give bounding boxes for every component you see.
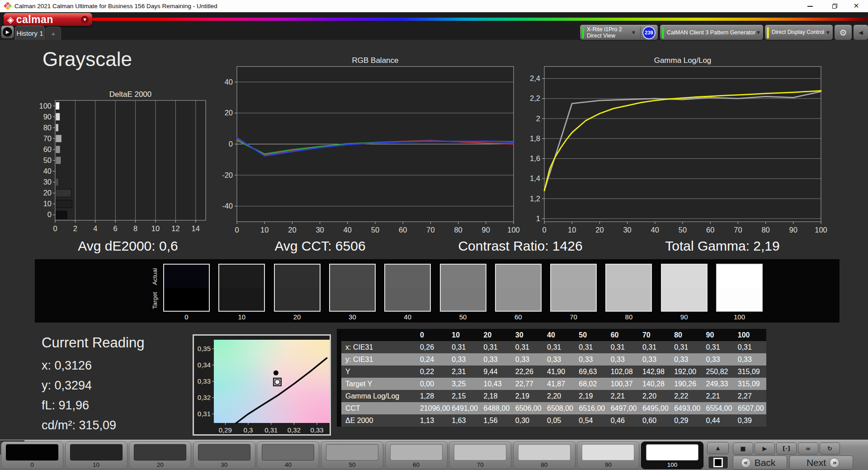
stat-avg-cct: Avg CCT: 6506 bbox=[274, 238, 365, 254]
stat-total-gamma: Total Gamma: 2,19 bbox=[665, 238, 779, 254]
pattern-generator-dropdown[interactable]: CalMAN Client 3 Pattern Generator ▼ bbox=[660, 25, 763, 40]
ramp-actual-label: Actual bbox=[151, 265, 158, 288]
settings-button[interactable]: ⚙ bbox=[835, 25, 852, 40]
table-cell: 0,54 bbox=[576, 414, 607, 427]
table-cell: 22,26 bbox=[512, 366, 544, 378]
ramp-level-label: 40 bbox=[384, 313, 431, 321]
table-cell: 1,28 bbox=[417, 390, 448, 402]
deltae-bar-10 bbox=[56, 200, 72, 208]
table-column-header: 50 bbox=[576, 329, 607, 341]
page-title: Grayscale bbox=[42, 48, 132, 71]
table-cell: 249,33 bbox=[703, 378, 734, 390]
table-cell: 3,25 bbox=[448, 378, 480, 390]
pattern-level-button-100[interactable]: 100 bbox=[641, 442, 703, 469]
ramp-target-swatch bbox=[164, 288, 209, 311]
table-cell: 0,33 bbox=[639, 353, 671, 366]
ramp-target-swatch bbox=[606, 288, 651, 311]
svg-text:50: 50 bbox=[43, 156, 52, 164]
pattern-level-swatch bbox=[390, 444, 443, 461]
pattern-level-swatch bbox=[134, 444, 186, 461]
pattern-generator-label: CalMAN Client 3 Pattern Generator bbox=[667, 29, 755, 36]
svg-text:0,29: 0,29 bbox=[219, 426, 232, 434]
minimize-button[interactable] bbox=[798, 0, 822, 12]
pattern-level-button-40[interactable]: 40 bbox=[257, 442, 319, 469]
continuous-button[interactable]: ∞ bbox=[798, 442, 818, 455]
table-cell: 0,33 bbox=[544, 353, 576, 366]
pattern-level-button-60[interactable]: 60 bbox=[385, 442, 448, 469]
pattern-level-button-50[interactable]: 50 bbox=[321, 442, 383, 469]
svg-text:8: 8 bbox=[133, 224, 137, 233]
close-button[interactable]: ✕ bbox=[844, 0, 868, 12]
svg-text:10: 10 bbox=[43, 199, 52, 208]
pattern-level-button-90[interactable]: 90 bbox=[577, 442, 639, 469]
pattern-level-button-10[interactable]: 10 bbox=[65, 442, 127, 469]
calman-diamond-icon: ◈ bbox=[7, 15, 14, 24]
add-tab-button[interactable]: + bbox=[46, 27, 61, 40]
table-cell: 6491,00 bbox=[448, 402, 480, 414]
current-reading-x: x: 0,3126 bbox=[42, 359, 92, 373]
ramp-swatch-70 bbox=[550, 264, 597, 312]
svg-text:1,8: 1,8 bbox=[530, 134, 540, 142]
table-row-label: y: CIE31 bbox=[341, 353, 417, 366]
svg-text:6: 6 bbox=[113, 224, 118, 233]
pattern-level-button-0[interactable]: 0 bbox=[1, 442, 63, 469]
table-cell: 6493,00 bbox=[671, 402, 703, 414]
history-panel-toggle-button[interactable]: ▶ bbox=[1, 25, 14, 38]
cie-chart-panel: 0,310,320,330,340,350,290,30,310,320,33 bbox=[193, 334, 331, 436]
table-cell: 1,63 bbox=[448, 414, 480, 427]
svg-text:1,2: 1,2 bbox=[530, 195, 540, 203]
back-button[interactable]: « Back bbox=[733, 456, 787, 470]
collapse-toolbar-button[interactable]: ◀ bbox=[854, 25, 868, 40]
restore-button[interactable] bbox=[823, 0, 846, 12]
display-control-dropdown[interactable]: Direct Display Control ▼ bbox=[765, 25, 833, 40]
stop-button[interactable]: ■ bbox=[733, 442, 753, 455]
pattern-window-button[interactable] bbox=[708, 456, 728, 469]
svg-text:20: 20 bbox=[595, 226, 604, 234]
pattern-level-button-20[interactable]: 20 bbox=[129, 442, 191, 469]
measure-options-button[interactable]: [·] bbox=[776, 442, 797, 455]
table-cell: 9,44 bbox=[481, 366, 512, 378]
deltae-bar-20 bbox=[56, 189, 71, 197]
pattern-level-label: 50 bbox=[321, 461, 383, 468]
pattern-level-button-80[interactable]: 80 bbox=[513, 442, 576, 469]
meter-dropdown[interactable]: X-Rite i1Pro 2 Direct View ▼ 239 bbox=[580, 25, 658, 40]
svg-text:0,31: 0,31 bbox=[264, 426, 278, 434]
table-column-header: 100 bbox=[735, 329, 766, 341]
table-cell: 142,98 bbox=[639, 366, 671, 378]
pattern-level-button-70[interactable]: 70 bbox=[449, 442, 511, 469]
display-control-accent bbox=[767, 27, 769, 38]
app-icon bbox=[4, 2, 11, 9]
deltae-2000-chart: 024681012141009080706050403020100DeltaE … bbox=[32, 87, 212, 241]
current-reading-y: y: 0,3294 bbox=[42, 379, 92, 393]
table-cell: 250,82 bbox=[703, 366, 734, 378]
pattern-level-label: 90 bbox=[577, 461, 639, 468]
svg-text:40: 40 bbox=[43, 167, 52, 175]
play-button[interactable]: ▶ bbox=[755, 442, 775, 455]
table-column-header: 0 bbox=[417, 329, 448, 341]
ramp-actual-swatch bbox=[606, 265, 651, 288]
table-cell: 6508,00 bbox=[544, 402, 576, 414]
next-button[interactable]: Next » bbox=[789, 456, 853, 470]
svg-text:30: 30 bbox=[623, 226, 631, 234]
table-cell: 68,02 bbox=[576, 378, 607, 390]
table-column-header: 40 bbox=[544, 329, 576, 341]
refresh-button[interactable]: ↻ bbox=[820, 442, 840, 455]
pattern-level-label: 70 bbox=[449, 461, 511, 468]
pattern-level-button-30[interactable]: 30 bbox=[193, 442, 255, 469]
ramp-target-swatch bbox=[496, 288, 541, 311]
ramp-actual-swatch bbox=[717, 265, 762, 288]
ramp-swatch-100 bbox=[716, 264, 763, 312]
svg-text:Gamma Log/Log: Gamma Log/Log bbox=[654, 56, 712, 65]
pattern-level-swatch bbox=[454, 444, 506, 461]
pattern-level-swatch bbox=[326, 444, 378, 461]
calman-menu-button[interactable]: ◈ calman ▼ bbox=[4, 13, 92, 26]
restore-icon bbox=[832, 3, 838, 9]
svg-text:10: 10 bbox=[568, 226, 576, 234]
pattern-up-button[interactable]: ▲ bbox=[707, 442, 729, 454]
table-row: Gamma Log/Log1,282,152,182,192,202,192,2… bbox=[341, 390, 766, 402]
tab-history-1[interactable]: History 1 bbox=[15, 26, 45, 40]
title-bar: Calman 2021 Calman Ultimate for Business… bbox=[0, 0, 868, 13]
ramp-swatch-20 bbox=[274, 264, 321, 312]
ramp-actual-swatch bbox=[275, 265, 320, 288]
pattern-level-label: 10 bbox=[66, 461, 127, 468]
